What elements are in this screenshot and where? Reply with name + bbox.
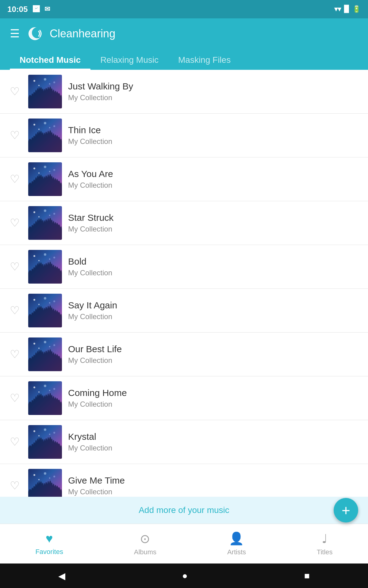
svg-point-13 bbox=[38, 129, 40, 130]
favorite-button[interactable]: ♡ bbox=[7, 173, 22, 186]
recent-button[interactable]: ■ bbox=[304, 571, 310, 581]
favorite-button[interactable]: ♡ bbox=[7, 479, 22, 492]
svg-point-20 bbox=[49, 171, 50, 172]
wifi-icon: ▾▾ bbox=[334, 5, 341, 13]
favorite-button[interactable]: ♡ bbox=[7, 435, 22, 448]
nav-favorites-label: Favorites bbox=[35, 548, 63, 556]
svg-point-25 bbox=[38, 216, 40, 217]
svg-point-17 bbox=[44, 166, 46, 168]
svg-point-44 bbox=[49, 346, 50, 347]
svg-point-6 bbox=[53, 81, 55, 83]
favorite-button[interactable]: ♡ bbox=[7, 348, 22, 361]
song-title: Coming Home bbox=[68, 388, 361, 398]
song-info: Star StruckMy Collection bbox=[68, 213, 361, 233]
album-art bbox=[28, 469, 62, 497]
back-button[interactable]: ◀ bbox=[58, 571, 65, 581]
favorite-button[interactable]: ♡ bbox=[7, 85, 22, 98]
nav-favorites[interactable]: ♥ Favorites bbox=[29, 529, 69, 559]
song-subtitle: My Collection bbox=[68, 356, 361, 365]
svg-point-56 bbox=[49, 434, 50, 435]
svg-point-58 bbox=[33, 474, 35, 476]
song-item[interactable]: ♡Just Walking ByMy Collection bbox=[0, 70, 368, 114]
tab-masking-files[interactable]: Masking Files bbox=[168, 50, 240, 70]
svg-point-42 bbox=[53, 344, 55, 346]
song-item[interactable]: ♡As You AreMy Collection bbox=[0, 157, 368, 201]
svg-point-37 bbox=[38, 304, 40, 305]
hamburger-menu[interactable]: ☰ bbox=[10, 28, 20, 39]
favorite-button[interactable]: ♡ bbox=[7, 304, 22, 317]
bottom-nav: ♥ Favorites ⊙ Albums 👤 Artists ♩ Titles bbox=[0, 524, 368, 564]
logo-area: Cleanhearing bbox=[27, 24, 115, 43]
song-title: Thin Ice bbox=[68, 125, 361, 135]
song-item[interactable]: ♡Give Me TimeMy Collection bbox=[0, 464, 368, 497]
album-art bbox=[28, 381, 62, 415]
svg-point-54 bbox=[53, 432, 55, 434]
song-subtitle: My Collection bbox=[68, 225, 361, 233]
song-item[interactable]: ♡Say It AgainMy Collection bbox=[0, 289, 368, 333]
svg-point-38 bbox=[49, 302, 50, 303]
nav-titles-label: Titles bbox=[317, 548, 333, 556]
svg-point-40 bbox=[33, 343, 35, 345]
song-info: Thin IceMy Collection bbox=[68, 125, 361, 146]
song-item[interactable]: ♡Our Best LifeMy Collection bbox=[0, 333, 368, 376]
favorite-button[interactable]: ♡ bbox=[7, 129, 22, 142]
svg-point-11 bbox=[44, 122, 46, 124]
favorite-button[interactable]: ♡ bbox=[7, 217, 22, 229]
song-subtitle: My Collection bbox=[68, 444, 361, 452]
song-subtitle: My Collection bbox=[68, 137, 361, 146]
song-item[interactable]: ♡Thin IceMy Collection bbox=[0, 114, 368, 157]
song-title: Say It Again bbox=[68, 300, 361, 311]
add-more-banner: Add more of your music + bbox=[0, 497, 368, 524]
favorite-button[interactable]: ♡ bbox=[7, 260, 22, 273]
tab-relaxing-music[interactable]: Relaxing Music bbox=[90, 50, 168, 70]
nav-artists-label: Artists bbox=[227, 548, 246, 556]
song-title: Bold bbox=[68, 256, 361, 267]
tab-notched-music[interactable]: Notched Music bbox=[10, 50, 90, 70]
album-art bbox=[28, 250, 62, 284]
song-subtitle: My Collection bbox=[68, 488, 361, 496]
svg-point-48 bbox=[53, 388, 55, 390]
song-info: As You AreMy Collection bbox=[68, 169, 361, 190]
nav-titles[interactable]: ♩ Titles bbox=[311, 529, 339, 559]
song-item[interactable]: ♡Star StruckMy Collection bbox=[0, 201, 368, 245]
favorite-button[interactable]: ♡ bbox=[7, 392, 22, 405]
svg-point-46 bbox=[33, 386, 35, 388]
svg-point-61 bbox=[38, 479, 40, 480]
song-title: Our Best Life bbox=[68, 344, 361, 354]
svg-point-36 bbox=[53, 300, 55, 302]
svg-point-28 bbox=[33, 255, 35, 257]
svg-point-5 bbox=[44, 78, 46, 81]
album-art bbox=[28, 337, 62, 371]
add-more-text[interactable]: Add more of your music bbox=[139, 505, 229, 515]
song-subtitle: My Collection bbox=[68, 93, 361, 102]
signal-icon: ▉ bbox=[344, 5, 349, 13]
album-art bbox=[28, 75, 62, 108]
song-subtitle: My Collection bbox=[68, 181, 361, 190]
song-info: Our Best LifeMy Collection bbox=[68, 344, 361, 365]
fab-icon: + bbox=[342, 502, 350, 519]
nav-albums[interactable]: ⊙ Albums bbox=[128, 529, 163, 559]
svg-point-32 bbox=[49, 258, 50, 260]
svg-point-53 bbox=[44, 428, 46, 431]
song-item[interactable]: ♡Coming HomeMy Collection bbox=[0, 376, 368, 420]
song-subtitle: My Collection bbox=[68, 269, 361, 277]
album-icon: ⊙ bbox=[140, 532, 150, 546]
song-info: Give Me TimeMy Collection bbox=[68, 475, 361, 496]
svg-point-30 bbox=[53, 257, 55, 258]
svg-point-14 bbox=[49, 127, 50, 128]
status-time: 10:05 bbox=[7, 5, 28, 14]
svg-point-18 bbox=[53, 169, 55, 171]
svg-point-59 bbox=[44, 472, 46, 475]
song-title: Star Struck bbox=[68, 213, 361, 223]
album-art bbox=[28, 162, 62, 196]
album-art bbox=[28, 119, 62, 152]
add-music-fab[interactable]: + bbox=[334, 498, 358, 522]
home-button[interactable]: ● bbox=[182, 571, 187, 581]
svg-point-62 bbox=[49, 477, 50, 479]
song-item[interactable]: ♡BoldMy Collection bbox=[0, 245, 368, 289]
song-subtitle: My Collection bbox=[68, 400, 361, 409]
svg-point-52 bbox=[33, 430, 35, 432]
nav-artists[interactable]: 👤 Artists bbox=[221, 528, 252, 559]
svg-point-24 bbox=[53, 213, 55, 215]
song-item[interactable]: ♡KrystalMy Collection bbox=[0, 420, 368, 464]
